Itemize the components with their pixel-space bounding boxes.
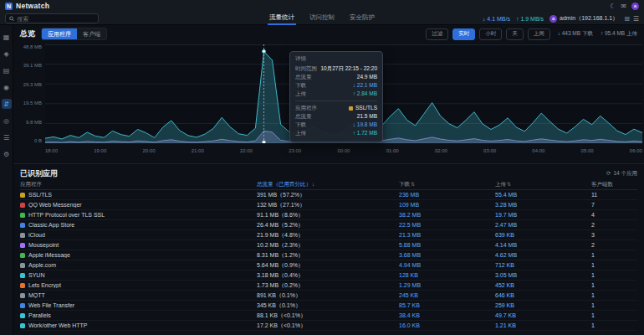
segment-clients[interactable]: 客户端 xyxy=(77,28,106,39)
sidebar-item-dashboard[interactable]: ▦ xyxy=(2,32,12,42)
range-hour-button[interactable]: 小时 xyxy=(479,28,502,40)
table-row[interactable]: Parallels 88.1 KB（<0.1%） 38.4 KB 49.7 KB… xyxy=(20,311,637,321)
tab-traffic-stats[interactable]: 流量统计 xyxy=(268,12,296,25)
sidebar-item-devices[interactable]: ▤ xyxy=(2,65,12,75)
app-name: SYUN xyxy=(28,272,44,278)
legend-download: 443 MB 下载 xyxy=(562,30,593,36)
app-upload: 259 KB xyxy=(495,302,591,308)
app-total: 345 KB（0.1%） xyxy=(257,302,399,310)
x-tick: 20:00 xyxy=(142,148,155,153)
table-row[interactable]: Work/other Web HTTP 17.2 KB（<0.1%） 16.0 … xyxy=(20,321,637,331)
legend-download-arrow-icon: ↓ xyxy=(558,30,560,36)
sidebar-item-clients[interactable]: ◉ xyxy=(2,82,12,92)
range-live-button[interactable]: 实时 xyxy=(452,28,475,40)
app-download: 16.0 KB xyxy=(399,322,495,328)
tooltip-app-label: 应用程序 xyxy=(295,104,317,112)
range-day-button[interactable]: 天 xyxy=(506,28,524,40)
tooltip-app-up-label: 上传 xyxy=(295,129,306,137)
tooltip-app-total-value: 21.5 MB xyxy=(357,112,377,121)
table-header: 应用程序 总流量（已用百分比）↓ 下载⇅ 上传⇅ 客户端数 xyxy=(20,179,637,190)
sidebar-item-settings[interactable]: ⚙ xyxy=(2,149,12,159)
table-row[interactable]: Mousepoint 10.2 MB（2.3%） 5.88 MB 4.14 MB… xyxy=(20,240,637,250)
app-clients: 1 xyxy=(591,282,637,288)
tab-security[interactable]: 安全防护 xyxy=(348,12,376,25)
x-tick: 04:00 xyxy=(532,148,544,153)
app-total: 3.18 MB（0.4%） xyxy=(257,271,399,280)
brand[interactable]: N Netwatch xyxy=(5,2,49,10)
table-row[interactable]: Apple iMessage 8.31 MB（1.2%） 3.68 MB 4.6… xyxy=(20,250,637,260)
table-row[interactable]: HTTP Protocol over TLS SSL 91.1 MB（8.6%）… xyxy=(20,210,637,220)
app-upload: 4.62 MB xyxy=(495,252,591,258)
col-download[interactable]: 下载⇅ xyxy=(399,181,495,188)
table-row[interactable]: SSL/TLS 391 MB（57.2%） 236 MB 55.4 MB 11 xyxy=(20,190,637,200)
app-name: Web File Transfer xyxy=(28,302,74,308)
app-upload: 55.4 MB xyxy=(495,192,591,198)
app-download: 1.29 MB xyxy=(399,282,495,288)
table-row[interactable]: iCloud 21.9 MB（4.8%） 21.3 MB 639 KB 3 xyxy=(20,230,637,240)
tooltip-up-label: 上传 xyxy=(295,90,306,98)
search-input[interactable] xyxy=(17,16,95,22)
app-name: Apple iMessage xyxy=(28,252,70,258)
grid-view-icon[interactable]: ⊞ xyxy=(624,15,630,23)
app-name: Lets Encrypt xyxy=(28,282,61,288)
app-download: 128 KB xyxy=(399,272,495,278)
app-total: 17.2 KB（<0.1%） xyxy=(257,322,399,330)
table-row[interactable]: SYUN 3.18 MB（0.4%） 128 KB 3.05 MB 1 xyxy=(20,271,637,281)
refresh-icon[interactable]: ⟳ xyxy=(606,170,611,177)
sidebar-item-logs[interactable]: ☰ xyxy=(2,132,12,142)
table-count: ⟳ 14 个应用 xyxy=(606,170,637,178)
col-upload[interactable]: 上传⇅ xyxy=(495,181,591,188)
col-app[interactable]: 应用程序 xyxy=(20,181,257,188)
app-clients: 1 xyxy=(591,262,637,268)
table-row[interactable]: QQ Web Messenger 132 MB（27.1%） 109 MB 3.… xyxy=(20,200,637,210)
section-toolbar: 总览 应用程序 客户端 过滤 实时 小时 天 上周 ↓ 443 MB 下载 ↑ … xyxy=(13,27,644,41)
range-week-button[interactable]: 上周 xyxy=(528,28,550,40)
sidebar-rail: ▦ ◈ ▤ ◉ ⇵ ◎ ☰ ⚙ xyxy=(0,25,13,335)
filter-button[interactable]: 过滤 xyxy=(426,28,448,40)
x-tick: 06:00 xyxy=(630,148,642,153)
app-clients: 2 xyxy=(591,242,637,248)
app-name: Parallels xyxy=(28,312,51,318)
sidebar-item-security[interactable]: ◎ xyxy=(2,116,12,126)
legend-upload: 95.4 MB 上传 xyxy=(605,30,637,36)
user-avatar[interactable]: a xyxy=(631,3,639,10)
col-clients[interactable]: 客户端数 xyxy=(591,181,637,188)
app-icon xyxy=(20,303,25,308)
app-total: 10.2 MB（2.3%） xyxy=(257,241,399,250)
tooltip-app-down-label: 下载 xyxy=(295,121,306,129)
table-row[interactable]: Classic App Store 26.4 MB（5.2%） 22.5 MB … xyxy=(20,220,637,230)
sidebar-item-traffic[interactable]: ⇵ xyxy=(2,99,12,109)
app-upload: 3.28 MB xyxy=(495,202,591,208)
traffic-chart-section: 48.8 MB 39.1 MB 29.3 MB 19.5 MB 9.8 MB 0… xyxy=(20,43,637,160)
tab-access-control[interactable]: 访问控制 xyxy=(308,12,336,25)
app-download: 38.4 KB xyxy=(399,312,495,318)
sidebar-item-topology[interactable]: ◈ xyxy=(2,49,12,59)
y-tick: 19.5 MB xyxy=(23,100,42,106)
app-clients: 11 xyxy=(591,192,637,198)
app-clients: 1 xyxy=(591,252,637,258)
current-user[interactable]: a admin（192.168.1.1） xyxy=(549,14,618,23)
app-icon xyxy=(20,273,25,278)
traffic-chart-plot[interactable]: 详情 时间范围10月27日 22:15 - 22:20 总流量24.9 MB 下… xyxy=(45,44,642,143)
table-row[interactable]: Apple.com 5.64 MB（0.9%） 4.94 MB 712 KB 1 xyxy=(20,260,637,271)
x-tick: 23:00 xyxy=(289,148,301,153)
app-logo-icon: N xyxy=(5,3,13,10)
search-box[interactable] xyxy=(5,13,99,23)
table-row[interactable]: MQTT 891 KB（0.1%） 245 KB 646 KB 1 xyxy=(20,291,637,301)
app-name: SSL/TLS xyxy=(28,192,52,198)
list-view-icon[interactable]: ☰ xyxy=(633,15,639,23)
app-name: QQ Web Messenger xyxy=(28,202,82,208)
segment-applications[interactable]: 应用程序 xyxy=(42,28,77,39)
title-row: N Netwatch ☾ ✉ a xyxy=(0,0,644,12)
app-total: 891 KB（0.1%） xyxy=(257,291,399,300)
table-row[interactable]: Web File Transfer 345 KB（0.1%） 85.7 KB 2… xyxy=(20,301,637,311)
main-tabs: 流量统计 访问控制 安全防护 xyxy=(268,12,376,25)
chart-tooltip: 详情 时间范围10月27日 22:15 - 22:20 总流量24.9 MB 下… xyxy=(289,51,383,142)
chart-y-axis: 48.8 MB 39.1 MB 29.3 MB 19.5 MB 9.8 MB 0… xyxy=(20,44,42,143)
col-total[interactable]: 总流量（已用百分比）↓ xyxy=(257,181,399,188)
table-row[interactable]: Lets Encrypt 1.73 MB（0.2%） 1.29 MB 452 K… xyxy=(20,281,637,291)
notifications-icon[interactable]: ✉ xyxy=(621,3,626,10)
app-total: 26.4 MB（5.2%） xyxy=(257,221,399,229)
theme-toggle-icon[interactable]: ☾ xyxy=(610,3,616,10)
app-clients: 1 xyxy=(591,292,637,298)
